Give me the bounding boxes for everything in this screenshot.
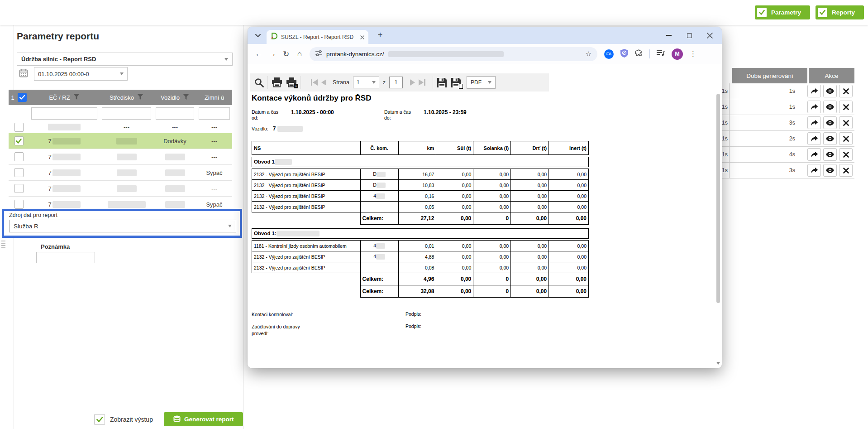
date-range-select[interactable]: 01.10.2025 00:00-0 bbox=[34, 67, 128, 81]
site-info-icon[interactable] bbox=[315, 50, 322, 58]
row-checkbox[interactable] bbox=[14, 200, 24, 209]
tab-close-icon[interactable] bbox=[360, 33, 364, 41]
address-bar[interactable]: protank-dynamics.cz/ ☆ bbox=[310, 47, 597, 61]
next-page-icon[interactable] bbox=[410, 79, 415, 86]
table-row[interactable]: 7--- bbox=[9, 181, 232, 197]
filter-input-ec-rz[interactable] bbox=[31, 107, 97, 120]
column-header-akce: Akce bbox=[809, 68, 854, 83]
column-header-stredisko[interactable]: Středisko bbox=[100, 90, 153, 105]
vozidlo-text: --- bbox=[172, 124, 178, 130]
delete-button[interactable] bbox=[839, 101, 853, 113]
table-row[interactable]: 7Dodávky--- bbox=[9, 133, 232, 149]
save-icon[interactable] bbox=[437, 77, 447, 88]
share-button[interactable] bbox=[807, 164, 821, 177]
previous-page-icon[interactable] bbox=[321, 79, 326, 86]
share-button[interactable] bbox=[807, 148, 821, 161]
filter-icon[interactable] bbox=[73, 94, 80, 101]
export-icon[interactable] bbox=[451, 77, 461, 88]
cell-ec-rz: 7 bbox=[29, 138, 100, 145]
reporty-button[interactable]: Reporty bbox=[816, 5, 864, 19]
of-label: z bbox=[383, 79, 386, 86]
format-select[interactable]: PDF bbox=[467, 76, 496, 89]
share-button[interactable] bbox=[807, 101, 821, 113]
column-header-zimni[interactable]: Zimní ú bbox=[196, 90, 232, 105]
delete-button[interactable] bbox=[839, 116, 853, 129]
tab-search-icon[interactable] bbox=[253, 30, 263, 41]
filter-input-zimni[interactable] bbox=[199, 107, 230, 120]
note-input[interactable] bbox=[36, 252, 95, 263]
report-type-select[interactable]: Údržba silnic - Report RSD bbox=[17, 53, 233, 66]
share-button[interactable] bbox=[807, 116, 821, 129]
table-row[interactable]: 7--- bbox=[9, 149, 232, 165]
minimize-button[interactable] bbox=[666, 32, 672, 39]
view-button[interactable] bbox=[823, 148, 837, 161]
calendar-icon[interactable] bbox=[19, 68, 28, 79]
scrollbar-thumb[interactable] bbox=[716, 94, 720, 303]
table-row[interactable]: 7Sypač bbox=[9, 165, 232, 181]
filter-icon[interactable] bbox=[137, 94, 143, 101]
profile-avatar[interactable]: M bbox=[672, 48, 683, 60]
column-header-ec-rz[interactable]: EČ / RZ bbox=[29, 90, 100, 105]
bookmark-star-icon[interactable]: ☆ bbox=[586, 50, 591, 58]
view-button[interactable] bbox=[823, 101, 837, 113]
first-page-icon[interactable] bbox=[311, 79, 318, 86]
column-header-vozidlo[interactable]: Vozidlo bbox=[153, 90, 196, 105]
delete-button[interactable] bbox=[839, 148, 853, 161]
table-row[interactable]: --------- bbox=[9, 121, 232, 133]
section-header-row: Obvod 1: bbox=[252, 229, 589, 239]
delete-button[interactable] bbox=[839, 164, 853, 177]
data-source-select[interactable]: Služba R bbox=[9, 220, 236, 232]
reload-icon[interactable]: ↻ bbox=[279, 47, 293, 61]
extensions-puzzle-icon[interactable] bbox=[635, 49, 643, 59]
view-button[interactable] bbox=[823, 132, 837, 145]
row-checkbox[interactable] bbox=[14, 168, 24, 177]
delete-button[interactable] bbox=[839, 85, 853, 97]
view-button[interactable] bbox=[823, 116, 837, 129]
row-select-cell bbox=[9, 152, 29, 161]
shield-extension-icon[interactable] bbox=[620, 49, 628, 59]
total-value: 0,00 bbox=[549, 212, 589, 225]
share-button[interactable] bbox=[807, 132, 821, 145]
view-button[interactable] bbox=[823, 164, 837, 177]
new-tab-button[interactable]: + bbox=[374, 29, 386, 41]
home-icon[interactable]: ⌂ bbox=[293, 47, 306, 61]
scroll-down-arrow[interactable] bbox=[716, 361, 720, 366]
row-checkbox[interactable] bbox=[14, 152, 24, 161]
redacted-value bbox=[277, 126, 303, 132]
delete-button[interactable] bbox=[839, 132, 853, 145]
share-button[interactable] bbox=[807, 85, 821, 97]
close-button[interactable] bbox=[706, 32, 713, 39]
browser-menu-icon[interactable]: ⋮ bbox=[690, 50, 696, 58]
row-checkbox[interactable] bbox=[14, 136, 24, 145]
forward-icon[interactable]: → bbox=[266, 47, 279, 61]
redacted-value bbox=[165, 154, 185, 160]
ns-cell: 2132 - Výjezd pro zajištění BESIP bbox=[252, 251, 361, 262]
row-checkbox[interactable] bbox=[14, 123, 24, 132]
maximize-button[interactable] bbox=[686, 32, 692, 39]
filter-input-stredisko[interactable] bbox=[102, 107, 151, 120]
generate-report-button[interactable]: Generovat report bbox=[164, 412, 243, 426]
row-checkbox[interactable] bbox=[14, 184, 24, 193]
page-select[interactable]: 1 bbox=[353, 77, 379, 88]
print-current-page-icon[interactable]: 1 bbox=[286, 77, 297, 87]
parametry-button[interactable]: Parametry bbox=[755, 5, 810, 19]
last-page-icon[interactable] bbox=[419, 79, 425, 86]
browser-tab[interactable]: SUSZL - Report - Report RSD bbox=[267, 30, 368, 44]
reading-list-icon[interactable] bbox=[657, 50, 665, 58]
cell-ec-rz bbox=[29, 124, 100, 130]
select-all-checkbox[interactable] bbox=[18, 93, 27, 102]
report-history-row: 1s1s bbox=[719, 83, 854, 99]
vertical-scrollbar[interactable] bbox=[716, 65, 720, 367]
print-icon[interactable] bbox=[272, 77, 282, 87]
back-icon[interactable]: ← bbox=[252, 47, 266, 61]
filter-icon[interactable] bbox=[183, 94, 189, 101]
filter-input-vozidlo[interactable] bbox=[156, 107, 194, 120]
fa-extension-icon[interactable]: FA bbox=[604, 49, 614, 59]
view-button[interactable] bbox=[823, 85, 837, 97]
value-cell: 0,00 bbox=[436, 180, 473, 191]
cell-vozidlo bbox=[153, 201, 196, 208]
zoom-icon[interactable] bbox=[254, 78, 264, 87]
panel-resize-grip[interactable] bbox=[1, 241, 5, 248]
page-count-input[interactable]: 1 bbox=[389, 77, 403, 88]
show-output-checkbox[interactable] bbox=[94, 414, 105, 425]
